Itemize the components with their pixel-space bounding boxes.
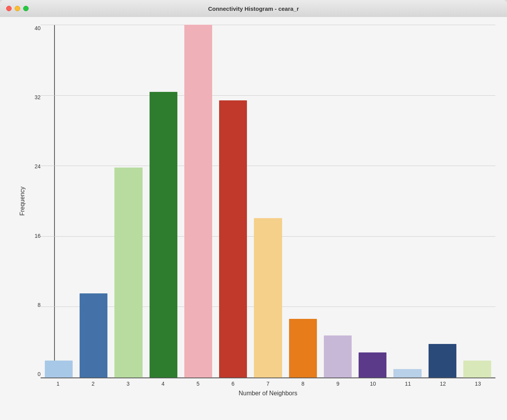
- chart-container: Frequency 0816243240 12345678910111213 N…: [27, 25, 495, 397]
- x-axis-labels: 12345678910111213: [41, 378, 495, 387]
- minimize-button[interactable]: [15, 6, 20, 11]
- bar-group: [425, 25, 460, 378]
- bar-group: [41, 25, 76, 378]
- y-axis-label: 24: [27, 164, 41, 169]
- traffic-lights: [6, 6, 29, 11]
- bar-group: [76, 25, 111, 378]
- y-axis-label: 0: [27, 371, 41, 377]
- bars-and-grid: [41, 25, 495, 378]
- bar: [463, 361, 491, 378]
- x-axis-label: 10: [356, 378, 391, 387]
- bar-group: [355, 25, 390, 378]
- x-axis-label: 9: [320, 378, 356, 387]
- bar-group: [111, 25, 146, 378]
- plot-area: Frequency 0816243240: [27, 25, 495, 378]
- bar: [393, 369, 421, 378]
- x-axis-label: 12: [425, 378, 461, 387]
- window-title: Connectivity Histogram - ceara_r: [208, 5, 299, 12]
- y-axis-labels: 0816243240: [27, 25, 41, 378]
- chart-area: Frequency 0816243240 12345678910111213 N…: [0, 17, 507, 420]
- x-axis-title: Number of Neighbors: [41, 390, 495, 397]
- bar: [114, 168, 142, 378]
- x-axis-label: 2: [76, 378, 111, 387]
- bar: [219, 100, 247, 378]
- bar: [359, 352, 386, 378]
- x-axis-label: 8: [286, 378, 321, 387]
- bar: [80, 293, 107, 378]
- close-button[interactable]: [6, 6, 12, 11]
- bar: [324, 335, 352, 378]
- x-axis-label: 7: [250, 378, 286, 387]
- bar-group: [250, 25, 285, 378]
- app-window: Connectivity Histogram - ceara_r Frequen…: [0, 0, 507, 420]
- bar: [254, 218, 282, 378]
- bars-wrapper: [41, 25, 495, 378]
- bar: [150, 92, 177, 378]
- title-bar: Connectivity Histogram - ceara_r: [0, 0, 507, 17]
- bar: [184, 25, 212, 378]
- x-axis-label: 6: [216, 378, 251, 387]
- bar: [289, 319, 317, 378]
- x-axis-label: 3: [111, 378, 146, 387]
- bar: [429, 344, 456, 378]
- x-axis-label: 4: [146, 378, 181, 387]
- y-axis-label: 8: [27, 302, 41, 308]
- bar-group: [146, 25, 181, 378]
- y-axis-label: 32: [27, 95, 41, 100]
- bar-group: [181, 25, 216, 378]
- bar-group: [320, 25, 355, 378]
- bar-group: [460, 25, 495, 378]
- maximize-button[interactable]: [23, 6, 29, 11]
- x-axis-label: 13: [460, 378, 495, 387]
- bar-group: [216, 25, 250, 378]
- x-axis-label: 5: [180, 378, 216, 387]
- bar: [45, 361, 73, 378]
- y-axis-label: 16: [27, 233, 41, 239]
- bar-group: [286, 25, 320, 378]
- x-axis-label: 11: [390, 378, 425, 387]
- x-axis-label: 1: [41, 378, 76, 387]
- y-axis-label: 40: [27, 25, 41, 31]
- bar-group: [390, 25, 425, 378]
- y-axis-title: Frequency: [19, 186, 26, 216]
